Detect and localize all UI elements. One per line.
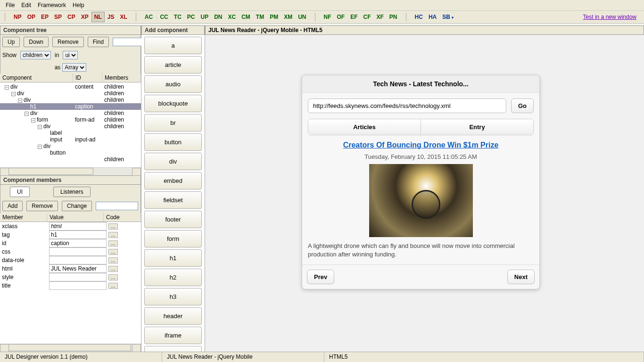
toolbar-tm[interactable]: TM [253,12,267,22]
toolbar-cf[interactable]: CF [361,12,374,22]
tree-down-button[interactable]: Down [24,37,49,47]
toolbar-xp[interactable]: XP [78,12,91,22]
member-row[interactable]: html… [0,264,141,273]
toolbar-op[interactable]: OP [25,12,38,22]
member-value-input[interactable] [49,222,107,230]
tree-row[interactable]: −divchildren [0,90,141,97]
toolbar-ac[interactable]: AC [142,12,156,22]
in-select[interactable]: ui [63,51,78,59]
mem-change-button[interactable]: Change [62,201,92,211]
prev-button[interactable]: Prev [307,270,334,284]
toolbar-ef[interactable]: EF [347,12,360,22]
tree-row[interactable]: children [0,156,141,163]
tab-listeners[interactable]: Listeners [53,187,91,197]
show-select[interactable]: children [20,51,51,59]
component-tree[interactable]: −divcontentchildren−divchildren−divchild… [0,82,141,167]
tree-up-button[interactable]: Up [2,37,20,47]
addcomp-article[interactable]: article [144,56,202,74]
member-row[interactable]: xclass… [0,222,141,230]
toolbar-pn[interactable]: PN [387,12,400,22]
member-value-input[interactable] [49,273,107,281]
menu-framework[interactable]: Framework [35,1,69,9]
addcomp-iframe[interactable]: iframe [144,327,202,344]
member-value-input[interactable] [49,256,107,264]
go-button[interactable]: Go [511,99,534,113]
addcomp-img[interactable]: img [144,346,202,352]
toolbar-sp[interactable]: SP [51,12,65,22]
next-button[interactable]: Next [507,270,535,284]
menu-file[interactable]: File [3,1,17,9]
toolbar-xf[interactable]: XF [374,12,387,22]
member-code-button[interactable]: … [108,249,118,255]
addcomp-button[interactable]: button [144,133,202,151]
addcomp-form[interactable]: form [144,230,202,247]
menu-edit[interactable]: Edit [18,1,34,9]
menu-help[interactable]: Help [70,1,87,9]
addcomp-a[interactable]: a [144,37,202,54]
member-code-button[interactable]: … [108,274,118,280]
member-value-input[interactable] [49,239,107,247]
member-value-input[interactable] [49,230,107,239]
addcomp-fieldset[interactable]: fieldset [144,191,202,209]
toolbar-ha[interactable]: HA [426,12,439,22]
member-row[interactable]: css… [0,247,141,256]
addcomp-blockquote[interactable]: blockquote [144,95,202,112]
member-value-input[interactable] [49,264,107,273]
toolbar-nf[interactable]: NF [321,12,334,22]
tree-row[interactable]: h1caption [0,103,141,110]
member-value-input[interactable] [49,247,107,256]
tree-row[interactable]: −divcontentchildren [0,83,141,90]
toolbar-hc[interactable]: HC [412,12,426,22]
toolbar-un[interactable]: UN [295,12,309,22]
tree-row[interactable]: −divchildren [0,97,141,103]
toolbar-nl[interactable]: NL [91,12,105,22]
addcomp-br[interactable]: br [144,114,202,132]
article-title-link[interactable]: Creators Of Bouncing Drone Win $1m Prize [343,141,499,149]
member-row[interactable]: tag… [0,230,141,239]
tree-find-button[interactable]: Find [88,37,109,47]
test-new-window-link[interactable]: Test in a new window [583,14,636,20]
as-select[interactable]: Array [62,63,86,72]
toolbar-cp[interactable]: CP [65,12,78,22]
mem-hscroll[interactable] [0,344,141,352]
tree-row[interactable]: −divchildren [0,110,141,116]
tree-row[interactable]: inputinput-ad [0,136,141,143]
member-value-input[interactable] [49,281,107,290]
member-row[interactable]: style… [0,273,141,281]
member-code-button[interactable]: … [108,257,118,263]
toolbar-cm[interactable]: CM [239,12,253,22]
tab-ui[interactable]: UI [10,187,30,197]
member-code-button[interactable]: … [108,266,118,272]
toolbar-dn[interactable]: DN [211,12,225,22]
toolbar-up[interactable]: UP [198,12,211,22]
toolbar-js[interactable]: JS [105,12,117,22]
member-code-button[interactable]: … [108,223,118,230]
toolbar-cc[interactable]: CC [157,12,171,22]
addcomp-h1[interactable]: h1 [144,249,202,267]
addcomp-div[interactable]: div [144,153,202,170]
tree-row[interactable]: −formform-adchildren [0,116,141,123]
toolbar-pc[interactable]: PC [184,12,198,22]
member-code-button[interactable]: … [108,283,118,289]
member-code-button[interactable]: … [108,232,118,238]
addcomp-h3[interactable]: h3 [144,288,202,305]
toolbar-pm[interactable]: PM [267,12,281,22]
tab-articles[interactable]: Articles [308,119,421,135]
members-grid[interactable]: xclass…tag…id…css…data-role…html…style…t… [0,222,141,344]
addcomp-audio[interactable]: audio [144,75,202,93]
toolbar-xl[interactable]: XL [117,12,130,22]
addcomp-footer[interactable]: footer [144,211,202,228]
feed-url-input[interactable] [308,99,506,113]
mem-change-input[interactable] [96,202,138,210]
addcomp-header[interactable]: header [144,307,202,325]
tree-hscroll[interactable] [0,167,141,175]
toolbar-np[interactable]: NP [11,12,25,22]
toolbar-of[interactable]: OF [334,12,348,22]
member-row[interactable]: data-role… [0,256,141,264]
toolbar-sb[interactable]: SB ▾ [439,12,456,22]
mem-remove-button[interactable]: Remove [26,201,58,211]
toolbar-xm[interactable]: XM [281,12,295,22]
tree-row[interactable]: button [0,149,141,156]
tree-remove-button[interactable]: Remove [52,37,84,47]
toolbar-xc[interactable]: XC [225,12,239,22]
